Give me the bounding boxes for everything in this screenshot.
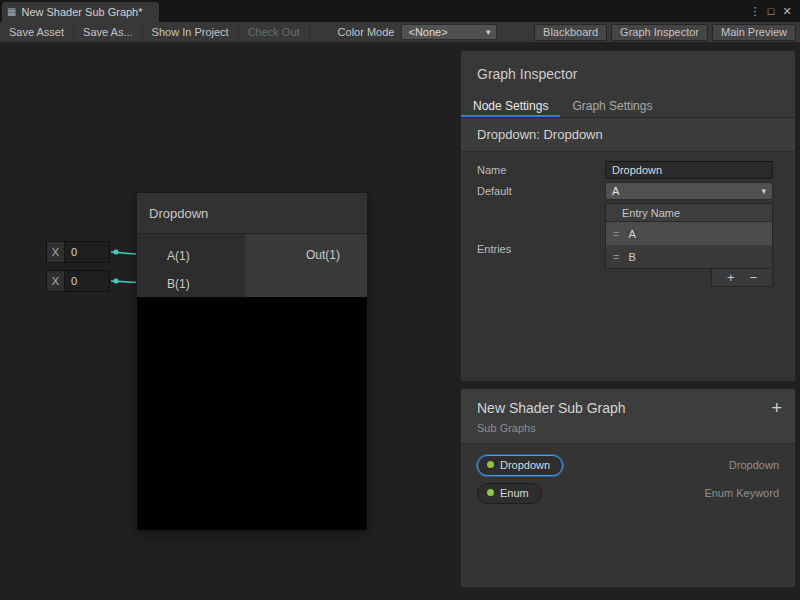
inspector-content: Dropdown: Dropdown Name Dropdown Default… [461, 118, 795, 381]
name-label: Name [477, 161, 605, 179]
check-out-label: Check Out [248, 26, 300, 38]
keyword-dot-icon [487, 489, 494, 496]
dropdown-property-pill[interactable]: Dropdown [477, 455, 563, 476]
drag-handle-icon[interactable]: = [613, 251, 619, 263]
entry-name: A [628, 228, 635, 240]
blackboard-body: Dropdown Dropdown Enum Enum Keyword [461, 444, 795, 586]
axis-label: X [47, 242, 65, 262]
default-row: Default A ▾ [477, 182, 773, 200]
color-mode-dropdown[interactable]: <None> ▾ [401, 24, 497, 40]
window-tab[interactable]: ▦ New Shader Sub Graph* [2, 2, 159, 22]
main-preview-toggle-label: Main Preview [721, 26, 787, 38]
tab-graph-settings-label: Graph Settings [572, 99, 652, 113]
blackboard-header: New Shader Sub Graph Sub Graphs + [461, 389, 795, 444]
save-as-label: Save As... [83, 26, 133, 38]
entry-row-a[interactable]: = A [606, 222, 772, 245]
entries-list: Entry Name = A = B [605, 203, 773, 269]
maximize-icon[interactable]: □ [763, 5, 779, 17]
graph-toolbar: Save Asset Save As... Show In Project Ch… [0, 22, 800, 43]
enum-property-pill[interactable]: Enum [477, 483, 542, 504]
drag-handle-icon[interactable]: = [613, 228, 619, 240]
port-value-widget-a: X 0 [46, 241, 110, 263]
remove-entry-button[interactable]: − [749, 271, 757, 284]
property-name: Enum [500, 487, 529, 499]
node-input-column [137, 234, 245, 297]
entries-list-header: Entry Name [606, 204, 772, 222]
add-entry-button[interactable]: + [727, 271, 735, 284]
port-out-label: Out(1) [306, 248, 340, 262]
entries-row: Entries Entry Name = A = B [477, 203, 773, 287]
axis-label: X [47, 271, 65, 291]
blackboard-row-enum: Enum Enum Keyword [461, 479, 795, 507]
show-in-project-button[interactable]: Show In Project [143, 22, 239, 42]
name-input[interactable]: Dropdown [605, 161, 773, 179]
show-in-project-label: Show In Project [152, 26, 229, 38]
window-title: New Shader Sub Graph* [21, 6, 142, 18]
node-body: A(1) B(1) Out(1) [137, 234, 367, 297]
inspector-title: Graph Inspector [461, 51, 795, 95]
keyword-dot-icon [487, 461, 494, 468]
port-a-label: A(1) [167, 249, 190, 263]
blackboard-toggle-label: Blackboard [543, 26, 598, 38]
blackboard-toggle-button[interactable]: Blackboard [534, 24, 607, 41]
check-out-button: Check Out [239, 22, 310, 42]
node-settings-form: Name Dropdown Default A ▾ Entries [461, 152, 795, 287]
shader-graph-icon: ▦ [7, 7, 16, 17]
save-as-button[interactable]: Save As... [74, 22, 143, 42]
window-titlebar: ▦ New Shader Sub Graph* ⋮ □ ✕ [0, 0, 800, 22]
value-field-a[interactable]: 0 [65, 242, 109, 262]
color-mode-label: Color Mode [310, 26, 402, 38]
chevron-down-icon: ▾ [486, 27, 491, 37]
default-dropdown[interactable]: A ▾ [605, 182, 773, 200]
graph-inspector-toggle-button[interactable]: Graph Inspector [611, 24, 708, 41]
tab-node-settings-label: Node Settings [473, 99, 548, 113]
blackboard-panel: New Shader Sub Graph Sub Graphs + Dropdo… [460, 388, 796, 588]
entry-name: B [628, 251, 635, 263]
window-controls: ⋮ □ ✕ [747, 0, 800, 22]
blackboard-subtitle: Sub Graphs [477, 422, 779, 434]
window-menu-icon[interactable]: ⋮ [747, 5, 763, 18]
node-settings-section-title: Dropdown: Dropdown [461, 118, 795, 152]
main-preview-toggle-button[interactable]: Main Preview [712, 24, 796, 41]
blackboard-title: New Shader Sub Graph [477, 400, 779, 416]
dropdown-node[interactable]: Dropdown A(1) B(1) Out(1) [136, 192, 368, 531]
blackboard-row-dropdown: Dropdown Dropdown [461, 451, 795, 479]
node-preview [137, 297, 367, 530]
name-row: Name Dropdown [477, 161, 773, 179]
tab-graph-settings[interactable]: Graph Settings [560, 95, 664, 117]
entry-row-b[interactable]: = B [606, 245, 772, 268]
value-field-b[interactable]: 0 [65, 271, 109, 291]
node-header[interactable]: Dropdown [137, 193, 367, 234]
toolbar-right-group: Blackboard Graph Inspector Main Preview [534, 22, 800, 42]
property-type: Dropdown [729, 459, 779, 471]
node-title: Dropdown [149, 206, 208, 221]
port-value-widget-b: X 0 [46, 270, 110, 292]
property-type: Enum Keyword [704, 487, 779, 499]
inspector-tabs: Node Settings Graph Settings [461, 95, 795, 118]
property-name: Dropdown [500, 459, 550, 471]
save-asset-label: Save Asset [9, 26, 64, 38]
color-mode-value: <None> [408, 26, 447, 38]
tab-node-settings[interactable]: Node Settings [461, 95, 560, 117]
add-property-button[interactable]: + [771, 398, 782, 419]
save-asset-button[interactable]: Save Asset [0, 22, 74, 42]
default-dropdown-value: A [612, 185, 619, 197]
graph-inspector-panel: Graph Inspector Node Settings Graph Sett… [460, 50, 796, 382]
graph-inspector-toggle-label: Graph Inspector [620, 26, 699, 38]
entries-footer: + − [605, 269, 773, 287]
close-icon[interactable]: ✕ [779, 5, 795, 18]
entries-label: Entries [477, 203, 605, 287]
default-label: Default [477, 182, 605, 200]
port-b-label: B(1) [167, 277, 190, 291]
chevron-down-icon: ▾ [761, 186, 766, 196]
